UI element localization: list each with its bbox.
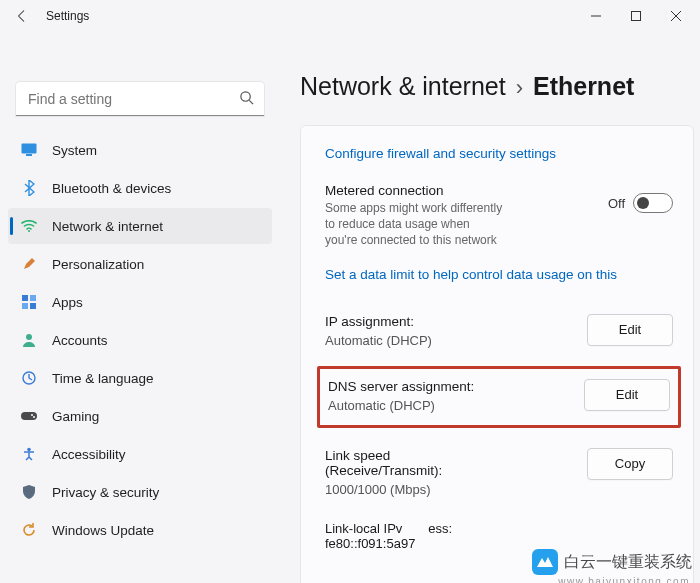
sidebar-item-bluetooth[interactable]: Bluetooth & devices bbox=[8, 170, 272, 206]
dns-highlight: DNS server assignment: Automatic (DHCP) … bbox=[317, 366, 681, 428]
nav: System Bluetooth & devices Network & int… bbox=[8, 132, 272, 548]
metered-connection-row: Metered connection Some apps might work … bbox=[325, 183, 673, 249]
sidebar-item-system[interactable]: System bbox=[8, 132, 272, 168]
globe-clock-icon bbox=[20, 369, 38, 387]
watermark-url: www.baiyunxitong.com bbox=[558, 576, 690, 583]
svg-point-8 bbox=[28, 230, 30, 232]
sidebar-item-label: Apps bbox=[52, 295, 83, 310]
watermark-text: 白云一键重装系统 bbox=[564, 552, 692, 573]
sidebar-item-label: Personalization bbox=[52, 257, 144, 272]
minimize-button[interactable] bbox=[576, 0, 616, 32]
metered-toggle[interactable] bbox=[633, 193, 673, 213]
sidebar-item-label: Gaming bbox=[52, 409, 99, 424]
window-title: Settings bbox=[46, 9, 89, 23]
metered-desc: Some apps might work differently to redu… bbox=[325, 200, 505, 249]
metered-title: Metered connection bbox=[325, 183, 592, 198]
sidebar-item-gaming[interactable]: Gaming bbox=[8, 398, 272, 434]
sidebar-item-accessibility[interactable]: Accessibility bbox=[8, 436, 272, 472]
sidebar-item-label: Bluetooth & devices bbox=[52, 181, 171, 196]
accessibility-icon bbox=[20, 445, 38, 463]
svg-rect-1 bbox=[632, 12, 641, 21]
search-icon bbox=[239, 90, 254, 108]
settings-panel: Configure firewall and security settings… bbox=[300, 125, 694, 583]
sidebar-item-personalization[interactable]: Personalization bbox=[8, 246, 272, 282]
svg-point-4 bbox=[241, 92, 250, 101]
svg-line-5 bbox=[249, 100, 253, 104]
watermark-icon bbox=[532, 549, 558, 575]
speed-copy-button[interactable]: Copy bbox=[587, 448, 673, 480]
chevron-right-icon: › bbox=[516, 75, 523, 101]
svg-rect-9 bbox=[22, 295, 28, 301]
svg-point-16 bbox=[31, 414, 33, 416]
breadcrumb: Network & internet › Ethernet bbox=[300, 72, 700, 101]
shield-icon bbox=[20, 483, 38, 501]
svg-rect-6 bbox=[22, 144, 37, 154]
svg-rect-12 bbox=[30, 303, 36, 309]
sidebar: System Bluetooth & devices Network & int… bbox=[0, 32, 280, 583]
svg-rect-7 bbox=[26, 154, 32, 156]
search-input[interactable] bbox=[16, 82, 264, 116]
sidebar-item-privacy[interactable]: Privacy & security bbox=[8, 474, 272, 510]
search-box[interactable] bbox=[16, 82, 264, 116]
ip-value: Automatic (DHCP) bbox=[325, 333, 571, 348]
sidebar-item-label: Network & internet bbox=[52, 219, 163, 234]
breadcrumb-parent[interactable]: Network & internet bbox=[300, 72, 506, 101]
dns-value: Automatic (DHCP) bbox=[328, 398, 568, 413]
wifi-icon bbox=[20, 217, 38, 235]
svg-rect-15 bbox=[21, 412, 37, 420]
sidebar-item-network[interactable]: Network & internet bbox=[8, 208, 272, 244]
svg-point-13 bbox=[26, 334, 32, 340]
titlebar: Settings bbox=[0, 0, 700, 32]
svg-point-18 bbox=[27, 448, 31, 452]
bluetooth-icon bbox=[20, 179, 38, 197]
dns-assignment-row: DNS server assignment: Automatic (DHCP) … bbox=[328, 379, 670, 413]
metered-state: Off bbox=[608, 196, 625, 211]
sidebar-item-accounts[interactable]: Accounts bbox=[8, 322, 272, 358]
paintbrush-icon bbox=[20, 255, 38, 273]
sidebar-item-time-language[interactable]: Time & language bbox=[8, 360, 272, 396]
firewall-link[interactable]: Configure firewall and security settings bbox=[325, 146, 556, 161]
sidebar-item-apps[interactable]: Apps bbox=[8, 284, 272, 320]
speed-value: 1000/1000 (Mbps) bbox=[325, 482, 571, 497]
sidebar-item-label: Time & language bbox=[52, 371, 154, 386]
breadcrumb-current: Ethernet bbox=[533, 72, 634, 101]
ip-title: IP assignment: bbox=[325, 314, 571, 329]
settings-panel-scroll[interactable]: Configure firewall and security settings… bbox=[300, 125, 700, 583]
sidebar-item-label: Privacy & security bbox=[52, 485, 159, 500]
sidebar-item-label: System bbox=[52, 143, 97, 158]
close-button[interactable] bbox=[656, 0, 696, 32]
data-limit-link[interactable]: Set a data limit to help control data us… bbox=[325, 267, 617, 282]
back-button[interactable] bbox=[4, 0, 40, 32]
apps-icon bbox=[20, 293, 38, 311]
person-icon bbox=[20, 331, 38, 349]
sidebar-item-label: Accounts bbox=[52, 333, 108, 348]
sidebar-item-label: Accessibility bbox=[52, 447, 126, 462]
svg-point-17 bbox=[33, 416, 35, 418]
speed-title: Link speed (Receive/Transmit): bbox=[325, 448, 495, 478]
svg-rect-11 bbox=[22, 303, 28, 309]
ip-edit-button[interactable]: Edit bbox=[587, 314, 673, 346]
gaming-icon bbox=[20, 407, 38, 425]
svg-rect-10 bbox=[30, 295, 36, 301]
maximize-button[interactable] bbox=[616, 0, 656, 32]
dns-title: DNS server assignment: bbox=[328, 379, 568, 394]
content: System Bluetooth & devices Network & int… bbox=[0, 32, 700, 583]
sidebar-item-label: Windows Update bbox=[52, 523, 154, 538]
ip-assignment-row: IP assignment: Automatic (DHCP) Edit bbox=[325, 304, 673, 356]
window-controls bbox=[576, 0, 696, 32]
watermark: 白云一键重装系统 bbox=[532, 549, 692, 575]
sidebar-item-update[interactable]: Windows Update bbox=[8, 512, 272, 548]
update-icon bbox=[20, 521, 38, 539]
display-icon bbox=[20, 141, 38, 159]
ipv6-title: Link-local IPv bbox=[325, 521, 402, 536]
link-speed-row: Link speed (Receive/Transmit): 1000/1000… bbox=[325, 438, 673, 505]
dns-edit-button[interactable]: Edit bbox=[584, 379, 670, 411]
main: Network & internet › Ethernet Configure … bbox=[280, 32, 700, 583]
